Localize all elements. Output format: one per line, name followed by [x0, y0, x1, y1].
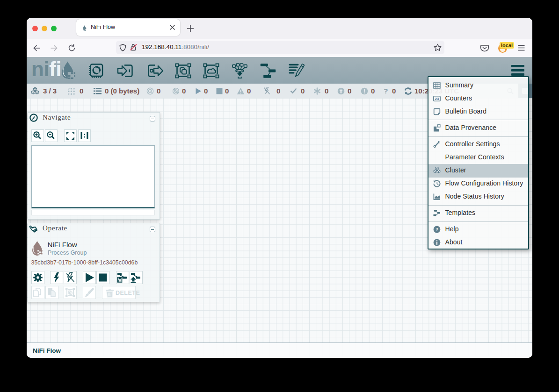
svg-text:?: ?: [436, 227, 438, 232]
svg-text:23: 23: [435, 97, 439, 101]
